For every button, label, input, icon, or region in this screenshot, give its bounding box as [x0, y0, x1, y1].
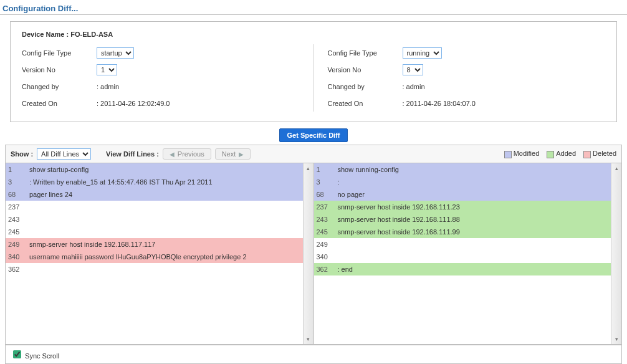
diff-line: 237snmp-server host inside 192.168.111.2… [314, 201, 611, 213]
line-number: 245 [314, 228, 335, 236]
legend-modified: Modified [514, 150, 540, 157]
device-name-value: FO-ELD-ASA [70, 31, 113, 38]
line-number: 243 [6, 216, 27, 223]
line-number: 340 [6, 253, 27, 261]
scroll-down-icon: ▾ [611, 334, 621, 344]
view-diff-label: View Diff Lines : [106, 150, 159, 158]
chevron-right-icon: ▶ [239, 151, 244, 158]
left-version-label: Version No [22, 66, 97, 74]
chevron-left-icon: ◀ [170, 151, 175, 158]
left-version-select[interactable]: 1 [97, 64, 117, 75]
line-text: : end [335, 266, 611, 273]
left-createdon-value: : 2011-04-26 12:02:49.0 [97, 100, 170, 107]
sync-scroll-label: Sync Scroll [25, 352, 59, 360]
scroll-up-icon: ▴ [304, 163, 314, 173]
line-number: 340 [314, 253, 335, 261]
line-number: 68 [314, 191, 335, 198]
line-text: username mahiiiii password lHuGuu8aPYHOB… [27, 253, 303, 261]
right-version-label: Version No [328, 66, 403, 74]
line-text: no pager [335, 191, 611, 198]
panel-divider [314, 44, 314, 112]
legend-deleted: Deleted [593, 150, 616, 157]
diff-line: 340username mahiiiii password lHuGuu8aPY… [6, 251, 303, 263]
left-createdon-label: Created On [22, 100, 97, 107]
get-specific-diff-button[interactable]: Get Specific Diff [279, 128, 348, 142]
previous-label: Previous [178, 150, 204, 158]
line-number: 1 [6, 166, 27, 173]
legend: Modified Added Deleted [504, 150, 616, 158]
left-config-type-label: Config File Type [22, 49, 97, 57]
diff-container: 1show startup-config3: Written by enable… [5, 163, 622, 345]
page-title: Configuration Diff... [0, 0, 627, 14]
left-changedby-label: Changed by [22, 83, 97, 90]
line-number: 362 [6, 266, 27, 273]
diff-footer: Sync Scroll [5, 345, 622, 364]
title-underline [0, 14, 627, 15]
left-diff-body[interactable]: 1show startup-config3: Written by enable… [6, 163, 303, 344]
diff-line: 245snmp-server host inside 192.168.111.9… [314, 226, 611, 238]
right-config-type-select[interactable]: running [403, 47, 442, 59]
line-number: 68 [6, 191, 27, 198]
right-config-col: Config File Type running Version No 8 Ch… [328, 44, 606, 112]
left-config-type-select[interactable]: startup [97, 47, 134, 59]
right-changedby-value: : admin [403, 83, 425, 90]
right-scrollbar[interactable]: ▴ ▾ [611, 163, 621, 344]
next-button[interactable]: Next ▶ [215, 148, 251, 160]
line-text: snmp-server host inside 192.168.111.23 [335, 203, 611, 211]
diff-line: 243snmp-server host inside 192.168.111.8… [314, 213, 611, 226]
line-text: snmp-server host inside 192.168.111.99 [335, 228, 611, 236]
left-scrollbar[interactable]: ▴ ▾ [303, 163, 314, 344]
next-label: Next [222, 150, 236, 158]
left-changedby-value: : admin [97, 83, 119, 90]
line-number: 362 [314, 266, 335, 273]
scroll-down-icon: ▾ [304, 334, 314, 344]
right-diff-body[interactable]: 1show running-config3:68no pager237snmp-… [314, 163, 611, 344]
line-text: snmp-server host inside 192.168.117.117 [27, 241, 303, 248]
diff-line: 1show startup-config [6, 163, 303, 176]
line-text: show running-config [335, 166, 611, 173]
line-number: 3 [314, 178, 335, 186]
line-text: pager lines 24 [27, 191, 303, 198]
line-number: 237 [6, 203, 27, 211]
show-filter-select[interactable]: All Diff Lines [37, 148, 91, 160]
legend-added: Added [556, 150, 576, 157]
line-number: 249 [314, 241, 335, 248]
config-panel: Device Name : FO-ELD-ASA Config File Typ… [10, 21, 617, 122]
diff-line: 68no pager [314, 188, 611, 201]
left-config-col: Config File Type startup Version No 1 Ch… [22, 44, 300, 112]
device-name-label: Device Name : [22, 31, 69, 38]
diff-line: 362 [6, 263, 303, 275]
scroll-up-icon: ▴ [611, 163, 621, 173]
diff-line: 362: end [314, 263, 611, 275]
deleted-swatch [583, 151, 591, 158]
line-text: : Written by enable_15 at 14:55:47.486 I… [27, 178, 303, 186]
previous-button[interactable]: ◀ Previous [163, 148, 211, 160]
modified-swatch [504, 151, 512, 158]
device-row: Device Name : FO-ELD-ASA [22, 31, 605, 38]
right-createdon-value: : 2011-04-26 18:04:07.0 [403, 100, 476, 107]
diff-line: 237 [6, 201, 303, 213]
sync-scroll-checkbox[interactable] [13, 350, 21, 358]
diff-line: 340 [314, 251, 611, 263]
diff-line: 1show running-config [314, 163, 611, 176]
diff-line: 243 [6, 213, 303, 226]
show-label: Show : [11, 150, 33, 158]
right-changedby-label: Changed by [328, 83, 403, 90]
right-diff-pane: 1show running-config3:68no pager237snmp-… [314, 163, 622, 344]
line-number: 3 [6, 178, 27, 186]
line-text: : [335, 178, 611, 186]
diff-line: 249 [314, 238, 611, 251]
diff-line: 245 [6, 226, 303, 238]
added-swatch [547, 151, 554, 158]
line-text: show startup-config [27, 166, 303, 173]
line-number: 237 [314, 203, 335, 211]
diff-line: 3: Written by enable_15 at 14:55:47.486 … [6, 176, 303, 188]
left-diff-pane: 1show startup-config3: Written by enable… [6, 163, 314, 344]
line-text: snmp-server host inside 192.168.111.88 [335, 216, 611, 223]
right-version-select[interactable]: 8 [403, 64, 423, 75]
line-number: 249 [6, 241, 27, 248]
diff-line: 3: [314, 176, 611, 188]
right-config-type-label: Config File Type [328, 49, 403, 57]
diff-toolbar: Show : All Diff Lines View Diff Lines : … [5, 145, 622, 163]
right-createdon-label: Created On [328, 100, 403, 107]
